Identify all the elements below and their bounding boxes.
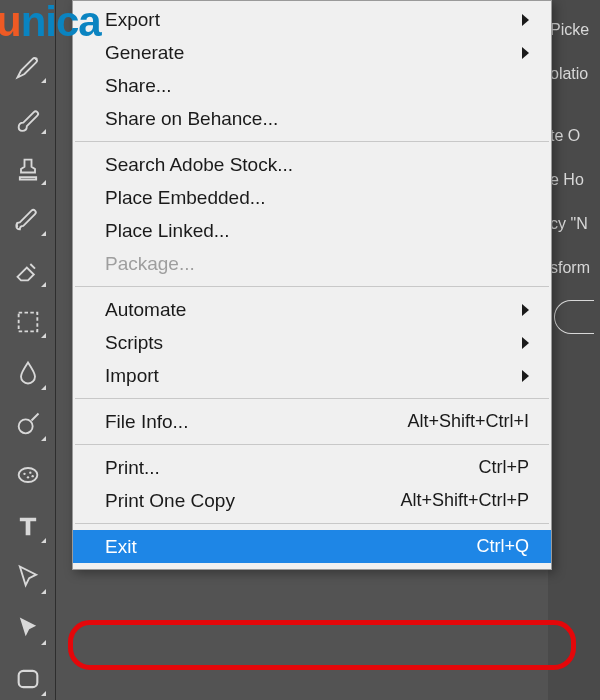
dodge-tool[interactable] <box>6 404 50 445</box>
submenu-arrow-icon <box>522 47 529 59</box>
menu-item-label: Search Adobe Stock... <box>105 154 529 176</box>
menu-separator <box>75 398 549 399</box>
panel-text: cy "N <box>548 202 600 246</box>
rectangle-marquee-tool[interactable] <box>6 301 50 342</box>
menu-item-label: Package... <box>105 253 529 275</box>
type-icon <box>14 512 42 540</box>
svg-point-2 <box>18 419 32 433</box>
menu-separator <box>75 523 549 524</box>
arrow-cursor-icon <box>14 614 42 642</box>
options-panel-fragment: Picke olatio te O e Ho cy "N sform <box>548 0 600 700</box>
panel-text: te O <box>548 114 600 158</box>
rounded-rectangle-tool[interactable] <box>6 659 50 700</box>
menu-item-label: Share... <box>105 75 529 97</box>
menu-item-exit[interactable]: ExitCtrl+Q <box>73 530 551 563</box>
svg-rect-1 <box>18 313 37 332</box>
menu-separator <box>75 286 549 287</box>
panel-button-fragment[interactable] <box>554 300 594 334</box>
menu-separator <box>75 141 549 142</box>
menu-item-automate[interactable]: Automate <box>73 293 551 326</box>
panel-text: Picke <box>548 8 600 52</box>
path-arrow-icon <box>14 563 42 591</box>
rounded-rect-icon <box>14 665 42 693</box>
svg-point-4 <box>18 468 37 482</box>
submenu-arrow-icon <box>522 14 529 26</box>
svg-point-8 <box>31 475 33 477</box>
svg-point-0 <box>34 57 37 60</box>
menu-item-label: Scripts <box>105 332 514 354</box>
menu-item-label: Print One Copy <box>105 490 400 512</box>
sponge-tool[interactable] <box>6 455 50 496</box>
submenu-arrow-icon <box>522 337 529 349</box>
healing-brush-icon <box>14 53 42 81</box>
menu-item-file-info[interactable]: File Info...Alt+Shift+Ctrl+I <box>73 405 551 438</box>
menu-item-label: Exit <box>105 536 476 558</box>
menu-item-shortcut: Alt+Shift+Ctrl+P <box>400 490 529 511</box>
menu-item-print-one-copy[interactable]: Print One CopyAlt+Shift+Ctrl+P <box>73 484 551 517</box>
highlight-annotation <box>68 620 576 670</box>
menu-item-label: Import <box>105 365 514 387</box>
menu-item-print[interactable]: Print...Ctrl+P <box>73 451 551 484</box>
healing-brush-tool[interactable] <box>6 46 50 87</box>
stamp-icon <box>14 155 42 183</box>
menu-item-label: Place Linked... <box>105 220 529 242</box>
menu-item-share-on-behance[interactable]: Share on Behance... <box>73 102 551 135</box>
submenu-arrow-icon <box>522 304 529 316</box>
marquee-icon <box>14 308 42 336</box>
panel-text: e Ho <box>548 158 600 202</box>
move-tool[interactable] <box>6 608 50 649</box>
menu-item-label: Share on Behance... <box>105 108 529 130</box>
menu-item-label: Automate <box>105 299 514 321</box>
eraser-tool[interactable] <box>6 250 50 291</box>
menu-item-label: Print... <box>105 457 478 479</box>
menu-item-import[interactable]: Import <box>73 359 551 392</box>
history-brush-tool[interactable] <box>6 199 50 240</box>
menu-item-share[interactable]: Share... <box>73 69 551 102</box>
tools-toolbar <box>0 0 56 700</box>
menu-item-package: Package... <box>73 247 551 280</box>
menu-item-place-linked[interactable]: Place Linked... <box>73 214 551 247</box>
svg-point-7 <box>26 476 28 478</box>
path-selection-tool[interactable] <box>6 557 50 598</box>
sponge-icon <box>14 461 42 489</box>
menu-item-shortcut: Ctrl+P <box>478 457 529 478</box>
menu-separator <box>75 444 549 445</box>
svg-point-5 <box>23 473 25 475</box>
menu-item-place-embedded[interactable]: Place Embedded... <box>73 181 551 214</box>
panel-text: sform <box>548 246 600 290</box>
dodge-icon <box>14 410 42 438</box>
drop-icon <box>14 359 42 387</box>
svg-point-6 <box>29 472 31 474</box>
menu-item-label: Export <box>105 9 514 31</box>
brush-tool[interactable] <box>6 97 50 138</box>
menu-item-label: File Info... <box>105 411 407 433</box>
eraser-icon <box>14 257 42 285</box>
svg-line-3 <box>31 414 38 421</box>
submenu-arrow-icon <box>522 370 529 382</box>
menu-item-export[interactable]: Export <box>73 3 551 36</box>
menu-item-label: Place Embedded... <box>105 187 529 209</box>
history-brush-icon <box>14 206 42 234</box>
clone-stamp-tool[interactable] <box>6 148 50 189</box>
brush-icon <box>14 104 42 132</box>
menu-item-shortcut: Alt+Shift+Ctrl+I <box>407 411 529 432</box>
panel-text: olatio <box>548 52 600 96</box>
menu-item-scripts[interactable]: Scripts <box>73 326 551 359</box>
menu-item-shortcut: Ctrl+Q <box>476 536 529 557</box>
menu-item-search-adobe-stock[interactable]: Search Adobe Stock... <box>73 148 551 181</box>
svg-rect-9 <box>18 671 37 687</box>
menu-item-generate[interactable]: Generate <box>73 36 551 69</box>
blur-tool[interactable] <box>6 352 50 393</box>
type-tool[interactable] <box>6 506 50 547</box>
menu-item-label: Generate <box>105 42 514 64</box>
file-menu-dropdown: ExportGenerateShare...Share on Behance..… <box>72 0 552 570</box>
